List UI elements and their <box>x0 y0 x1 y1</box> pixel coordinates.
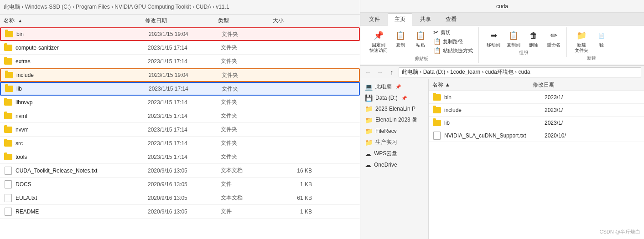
list-item[interactable]: include 2023/1/15 19:04 文件夹 <box>0 68 360 82</box>
copy-path-button[interactable]: 📋 复制路径 <box>431 37 475 46</box>
file-type: 文件 <box>221 180 275 188</box>
list-item[interactable]: extras 2023/1/15 17:14 文件夹 <box>0 55 360 68</box>
sidebar-item[interactable]: 💾 Data (D:) 📌 <box>360 92 428 103</box>
paste-icon: 📋 <box>414 29 427 42</box>
sidebar-label: ElenaLin 2023 暑 <box>375 116 417 124</box>
column-header: 名称 ▲ 修改日期 类型 大小 <box>0 15 360 27</box>
sidebar-item[interactable]: ☁ OneDrive <box>360 159 428 170</box>
list-item[interactable]: tools 2023/1/15 17:14 文件夹 <box>0 150 360 164</box>
forward-button[interactable]: → <box>375 67 385 77</box>
breadcrumb: 此电脑 › Windows-SSD (C:) › Program Files ›… <box>0 0 360 15</box>
file-type: 文件 <box>221 208 275 215</box>
pin-icon: 📌 <box>372 29 385 42</box>
paste-shortcut-button[interactable]: 📋 粘贴快捷方式 <box>431 46 475 55</box>
file-icon <box>4 153 13 162</box>
ribbon-tab[interactable]: 共享 <box>413 13 438 25</box>
delete-label: 删除 <box>529 42 538 48</box>
list-item[interactable]: README 2020/9/16 13:05 文件 1 KB <box>0 205 360 219</box>
col-date-header[interactable]: 修改日期 <box>145 17 218 25</box>
file-size: 1 KB <box>275 208 312 215</box>
pin-quick-access-button[interactable]: 📌 固定到快速访问 <box>368 28 390 54</box>
sidebar-item[interactable]: 📁 生产实习 <box>360 137 428 148</box>
col-size-header[interactable]: 大小 <box>273 17 309 25</box>
list-item[interactable]: src 2023/1/15 17:14 文件夹 <box>0 137 360 150</box>
back-button[interactable]: ← <box>363 67 373 77</box>
file-date: 2023/1/15 19:04 <box>149 72 222 78</box>
list-item[interactable]: CUDA_Toolkit_Release_Notes.txt 2020/9/16… <box>0 164 360 178</box>
rename-button[interactable]: ✏ 重命名 <box>545 28 563 49</box>
sidebar-item[interactable]: 💻 此电脑 📌 <box>360 81 428 92</box>
up-button[interactable]: ↑ <box>387 67 397 77</box>
sidebar-item[interactable]: ☁ WPS云盘 <box>360 148 428 159</box>
file-icon <box>4 43 13 52</box>
sidebar-item[interactable]: 📁 FileRecv <box>360 126 428 137</box>
pin-icon: 📌 <box>401 96 407 101</box>
delete-icon: 🗑 <box>527 29 540 42</box>
list-item[interactable]: NVIDIA_SLA_cuDNN_Support.txt 2020/10/ <box>429 129 644 142</box>
right-file-area: 名称 ▲ 修改日期 bin 2023/1/ include 2023/1/ li… <box>429 79 644 239</box>
copy-label: 复制 <box>396 42 405 48</box>
paste-button[interactable]: 📋 粘贴 <box>411 28 430 49</box>
file-name: extras <box>16 58 148 65</box>
new-folder-button[interactable]: 📁 新建文件夹 <box>572 28 591 54</box>
window-title: cuda <box>496 3 508 10</box>
ribbon-tab[interactable]: 主页 <box>388 13 412 25</box>
sidebar-item[interactable]: 📁 ElenaLin 2023 暑 <box>360 114 428 126</box>
list-item[interactable]: compute-sanitizer 2023/1/15 17:14 文件夹 <box>0 41 360 55</box>
file-date: 2020/9/16 13:05 <box>148 208 221 215</box>
right-main: 💻 此电脑 📌 💾 Data (D:) 📌 📁 2023 ElenaLin P … <box>360 79 644 239</box>
file-type: 文件夹 <box>222 71 276 79</box>
file-date: 2023/1/15 17:14 <box>148 113 221 119</box>
file-icon <box>4 166 13 175</box>
file-icon <box>4 125 13 134</box>
file-type: 文件夹 <box>221 98 275 106</box>
list-item[interactable]: libnvvp 2023/1/15 17:14 文件夹 <box>0 96 360 109</box>
new-folder-icon: 📁 <box>575 29 588 42</box>
sidebar-icon: 💻 <box>365 83 373 91</box>
file-date: 2023/1/15 17:14 <box>148 45 221 51</box>
ribbon-group-clipboard: 📌 固定到快速访问 📋 复制 📋 粘贴 <box>364 27 479 63</box>
list-item[interactable]: lib 2023/1/ <box>429 117 644 129</box>
sidebar-item[interactable]: 📁 2023 ElenaLin P <box>360 103 428 114</box>
cut-button[interactable]: ✂ 剪切 <box>431 28 475 36</box>
list-item[interactable]: nvml 2023/1/15 17:14 文件夹 <box>0 109 360 123</box>
move-to-button[interactable]: ➡ 移动到 <box>484 28 503 49</box>
file-icon <box>4 57 13 66</box>
file-icon <box>4 207 13 216</box>
list-item[interactable]: nvvm 2023/1/15 17:14 文件夹 <box>0 123 360 137</box>
list-item[interactable]: bin 2023/1/ <box>429 91 644 104</box>
ribbon-content: 📌 固定到快速访问 📋 复制 📋 粘贴 <box>360 25 644 65</box>
delete-button[interactable]: 🗑 删除 <box>525 28 543 49</box>
new-folder-label: 新建文件夹 <box>575 42 588 53</box>
copy-path-icon: 📋 <box>433 38 441 45</box>
file-date: 2023/1/ <box>545 120 640 126</box>
col-type-header[interactable]: 类型 <box>218 17 273 25</box>
sort-arrow-icon: ▲ <box>18 18 22 23</box>
paste-shortcut-label: 粘贴快捷方式 <box>443 47 473 54</box>
rename-icon: ✏ <box>547 29 560 42</box>
address-bar[interactable]: 此电脑 › Data (D:) › 1code_learn › cuda环境包 … <box>399 67 641 77</box>
copy-to-button[interactable]: 📋 复制到 <box>504 28 523 49</box>
list-item[interactable]: DOCS 2020/9/16 13:05 文件 1 KB <box>0 178 360 191</box>
file-date: 2023/1/ <box>545 94 640 101</box>
file-name: bin <box>16 31 149 37</box>
file-type: 文件夹 <box>221 44 275 51</box>
file-date: 2023/1/15 17:14 <box>148 154 221 160</box>
ribbon-tab[interactable]: 文件 <box>362 13 387 25</box>
file-type: 文件夹 <box>221 112 275 120</box>
copy-button[interactable]: 📋 复制 <box>391 28 410 49</box>
list-item[interactable]: EULA.txt 2020/9/16 13:05 文本文档 61 KB <box>0 191 360 205</box>
ribbon-tab[interactable]: 查看 <box>439 13 463 25</box>
sidebar-label: 生产实习 <box>375 138 397 146</box>
col-name-header[interactable]: 名称 ▲ <box>4 17 145 25</box>
list-item[interactable]: include 2023/1/ <box>429 104 644 117</box>
file-date: 2020/10/ <box>545 132 640 139</box>
file-icon <box>4 112 13 121</box>
new-group-label: 新建 <box>587 55 596 61</box>
list-item[interactable]: bin 2023/1/15 19:04 文件夹 <box>0 27 360 41</box>
new-item-button[interactable]: 📄 轻 <box>592 28 611 49</box>
file-name: README <box>16 208 148 215</box>
file-name: include <box>16 72 149 78</box>
ribbon-group-organize: ➡ 移动到 📋 复制到 🗑 删除 ✏ 重命名 <box>481 27 567 57</box>
list-item[interactable]: lib 2023/1/15 17:14 文件夹 <box>0 82 360 96</box>
